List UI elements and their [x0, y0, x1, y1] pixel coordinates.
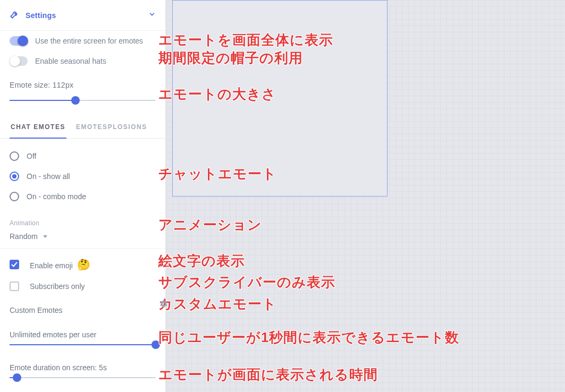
custom-emotes-heading-row: Custom Emotes: [0, 296, 165, 319]
check-enable-emoji-row: Enable emoji 🤔: [0, 253, 165, 276]
animation-select[interactable]: Random: [0, 229, 165, 249]
custom-emotes-heading: Custom Emotes: [10, 306, 63, 314]
annotation-enable-emoji: 絵文字の表示: [158, 252, 245, 270]
duration-label: Emote duration on screen: 5s: [0, 359, 165, 372]
toggle-entire-screen-label: Use the entire screen for emotes: [35, 37, 143, 45]
animation-heading: Animation: [0, 210, 165, 229]
toggle-entire-screen[interactable]: [10, 36, 28, 46]
check-subs-only-label: Subscribers only: [30, 282, 85, 291]
radio-show-all[interactable]: On - show all: [10, 166, 156, 186]
annotation-custom-emotes: カスタムエモート: [158, 295, 277, 313]
annotation-subs-only: サブスクライバーのみ表示: [158, 273, 335, 292]
tab-chat-emotes[interactable]: CHAT EMOTES: [5, 115, 71, 138]
wrench-icon: [10, 10, 19, 21]
annotation-per-user: 同じユーザーが1秒間に表示できるエモート数: [158, 328, 459, 347]
chat-emotes-radio-group: Off On - show all On - combo mode: [0, 139, 165, 210]
thinking-face-icon: 🤔: [77, 259, 90, 270]
dropdown-icon: [43, 235, 47, 238]
chevron-down-icon: [148, 11, 156, 20]
emote-size-label: Emote size: 112px: [0, 71, 165, 95]
per-user-slider[interactable]: [0, 344, 165, 359]
radio-off[interactable]: Off: [10, 146, 156, 166]
duration-slider[interactable]: [0, 377, 165, 392]
settings-sidebar: Settings Use the entire screen for emote…: [0, 0, 166, 392]
radio-off-label: Off: [27, 152, 36, 160]
radio-show-all-label: On - show all: [27, 172, 70, 181]
check-enable-emoji-label: Enable emoji: [30, 261, 73, 270]
annotation-seasonal-hats: 期間限定の帽子の利用: [158, 49, 303, 67]
emote-size-slider[interactable]: [0, 100, 165, 115]
toggle-seasonal-hats-row: Enable seasonal hats: [0, 51, 165, 71]
annotation-animation: アニメーション: [158, 216, 262, 234]
check-enable-emoji[interactable]: [10, 260, 19, 269]
tab-emotesplosions[interactable]: EMOTESPLOSIONS: [71, 115, 153, 138]
gear-icon[interactable]: [159, 300, 168, 310]
radio-combo[interactable]: On - combo mode: [10, 186, 156, 207]
check-subs-only[interactable]: [10, 282, 19, 291]
settings-header[interactable]: Settings: [0, 0, 165, 31]
toggle-seasonal-hats-label: Enable seasonal hats: [35, 57, 106, 65]
check-subs-only-row: Subscribers only: [0, 276, 165, 296]
annotation-emote-size: エモートの大きさ: [158, 85, 276, 104]
toggle-entire-screen-row: Use the entire screen for emotes: [0, 31, 165, 51]
settings-title: Settings: [26, 11, 56, 20]
annotation-duration: エモートが画面に表示される時間: [158, 365, 378, 384]
tabs: CHAT EMOTES EMOTESPLOSIONS: [0, 115, 165, 139]
per-user-label: Unlimited emotes per user: [0, 319, 165, 339]
radio-combo-label: On - combo mode: [27, 192, 86, 201]
toggle-seasonal-hats[interactable]: [10, 56, 28, 66]
annotation-entire-screen: エモートを画面全体に表示: [158, 31, 333, 49]
annotation-chat-emotes: チャットエモート: [158, 165, 277, 183]
animation-value: Random: [10, 232, 38, 241]
